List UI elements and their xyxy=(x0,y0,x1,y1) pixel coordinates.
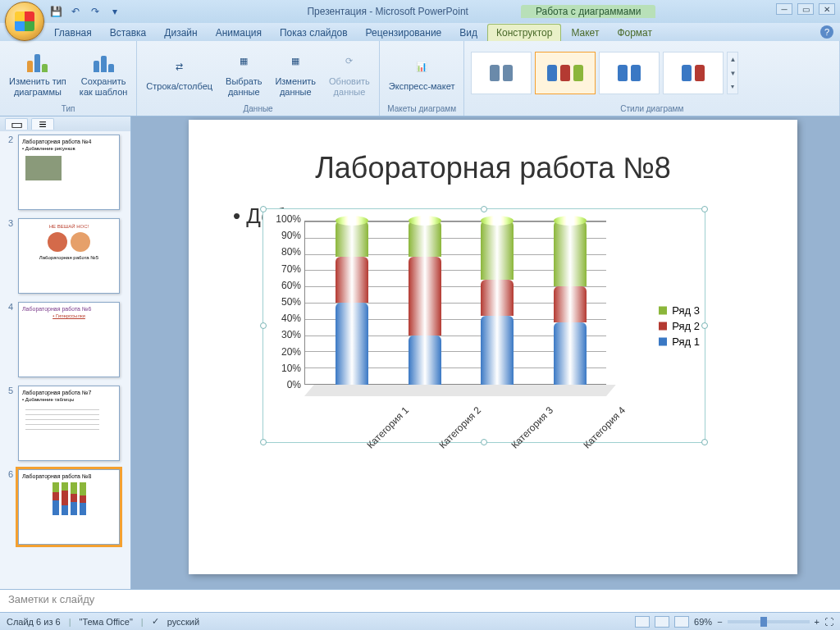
restore-button[interactable]: ▭ xyxy=(797,3,814,15)
office-button[interactable] xyxy=(5,2,44,41)
titlebar: 💾 ↶ ↷ ▾ Презентация - Microsoft PowerPoi… xyxy=(0,0,840,23)
tab-chart-layout[interactable]: Макет xyxy=(563,25,607,41)
chart-style-2[interactable] xyxy=(535,52,596,94)
group-label-layouts: Макеты диаграмм xyxy=(383,103,461,114)
edit-data-icon: ▦ xyxy=(282,48,308,75)
statusbar: Слайд 6 из 6 | "Тема Office" | ✓ русский… xyxy=(0,612,840,630)
save-template-button[interactable]: Сохранить как шаблон xyxy=(74,46,134,100)
chart-plot-area: 0%10%20%30%40%50%60%70%80%90%100%Категор… xyxy=(304,221,606,396)
status-language[interactable]: русский xyxy=(167,617,199,627)
minimize-button[interactable]: ─ xyxy=(776,3,792,15)
work-area: ▭ ≡ 2 Лабораторная работа №4• Добавление… xyxy=(0,116,840,589)
thumbnail-6[interactable]: Лабораторная работа №8 xyxy=(18,469,120,545)
tab-review[interactable]: Рецензирование xyxy=(358,25,450,41)
window-title: Презентация - Microsoft PowerPoint xyxy=(307,6,468,17)
chart-type-icon xyxy=(25,48,51,75)
zoom-slider[interactable] xyxy=(728,620,810,623)
group-label-data: Данные xyxy=(140,103,376,114)
thumbnail-3[interactable]: НЕ ВЕШАЙ НОС! Лабораторная работа №5 xyxy=(18,218,120,294)
chart-object[interactable]: 0%10%20%30%40%50%60%70%80%90%100%Категор… xyxy=(262,208,705,443)
refresh-data-button[interactable]: ⟳ Обновить данные xyxy=(323,46,376,100)
redo-icon[interactable]: ↷ xyxy=(89,5,102,18)
chart-style-3[interactable] xyxy=(599,52,660,94)
chart-legend: Ряд 3Ряд 2Ряд 1 xyxy=(659,301,700,351)
ribbon: Изменить тип диаграммы Сохранить как шаб… xyxy=(0,41,840,116)
thumbs-tab-outline[interactable]: ≡ xyxy=(31,118,54,130)
chart-style-1[interactable] xyxy=(471,52,532,94)
switch-rc-icon: ⇄ xyxy=(167,53,193,80)
status-theme: "Тема Office" xyxy=(80,617,133,627)
thumbnails-pane: ▭ ≡ 2 Лабораторная работа №4• Добавление… xyxy=(0,116,131,589)
save-template-icon xyxy=(90,48,116,75)
tab-slideshow[interactable]: Показ слайдов xyxy=(272,25,356,41)
tab-animation[interactable]: Анимация xyxy=(208,25,270,41)
tab-chart-format[interactable]: Формат xyxy=(609,25,660,41)
view-slideshow-button[interactable] xyxy=(674,616,689,628)
express-layout-button[interactable]: 📊 Экспресс-макет xyxy=(383,51,461,94)
tab-insert[interactable]: Вставка xyxy=(102,25,155,41)
view-sorter-button[interactable] xyxy=(655,616,669,628)
tab-design[interactable]: Дизайн xyxy=(156,25,205,41)
slide-canvas[interactable]: Лабораторная работа №8 Добавление диагра… xyxy=(189,120,797,574)
thumbs-tab-slides[interactable]: ▭ xyxy=(5,118,28,130)
status-slide-count: Слайд 6 из 6 xyxy=(7,617,61,627)
view-normal-button[interactable] xyxy=(635,616,650,628)
chart-style-4[interactable] xyxy=(663,52,724,94)
help-icon[interactable]: ? xyxy=(820,25,833,39)
ribbon-tabs: Главная Вставка Дизайн Анимация Показ сл… xyxy=(0,23,840,41)
chart-styles-gallery: ▲▼▾ xyxy=(468,48,742,98)
tab-chart-designer[interactable]: Конструктор xyxy=(487,24,561,41)
group-label-type: Тип xyxy=(3,103,133,114)
group-label-styles: Стили диаграмм xyxy=(468,103,836,114)
slide-editor[interactable]: Лабораторная работа №8 Добавление диагра… xyxy=(131,116,840,589)
tab-view[interactable]: Вид xyxy=(451,25,486,41)
spellcheck-icon[interactable]: ✓ xyxy=(152,616,159,627)
zoom-out-icon[interactable]: − xyxy=(717,617,722,627)
undo-icon[interactable]: ↶ xyxy=(69,5,82,18)
edit-data-button[interactable]: ▦ Изменить данные xyxy=(269,46,322,100)
thumbnail-2[interactable]: Лабораторная работа №4• Добавление рисун… xyxy=(18,135,120,210)
select-data-icon: ▦ xyxy=(231,48,257,75)
context-title: Работа с диаграммами xyxy=(521,5,656,18)
express-layout-icon: 📊 xyxy=(409,53,435,80)
fit-window-icon[interactable]: ⛶ xyxy=(824,617,833,627)
zoom-in-icon[interactable]: + xyxy=(815,617,819,627)
qat-menu-icon[interactable]: ▾ xyxy=(108,5,121,18)
switch-row-col-button[interactable]: ⇄ Строка/столбец xyxy=(140,51,218,94)
change-chart-type-button[interactable]: Изменить тип диаграммы xyxy=(3,46,72,100)
quick-access-toolbar: 💾 ↶ ↷ ▾ xyxy=(49,5,121,18)
tab-home[interactable]: Главная xyxy=(46,25,100,41)
slide-title[interactable]: Лабораторная работа №8 xyxy=(189,151,797,185)
notes-pane[interactable]: Заметки к слайду xyxy=(0,589,840,612)
zoom-level[interactable]: 69% xyxy=(694,617,712,627)
thumbnail-4[interactable]: Лабораторная работа №6 • Гиперссылки xyxy=(18,302,120,377)
thumbnail-5[interactable]: Лабораторная работа №7• Добавление табли… xyxy=(18,386,120,461)
gallery-more-button[interactable]: ▲▼▾ xyxy=(727,52,738,94)
save-icon[interactable]: 💾 xyxy=(49,5,62,18)
select-data-button[interactable]: ▦ Выбрать данные xyxy=(220,46,267,100)
refresh-icon: ⟳ xyxy=(336,48,363,75)
close-button[interactable]: ✕ xyxy=(819,3,835,15)
